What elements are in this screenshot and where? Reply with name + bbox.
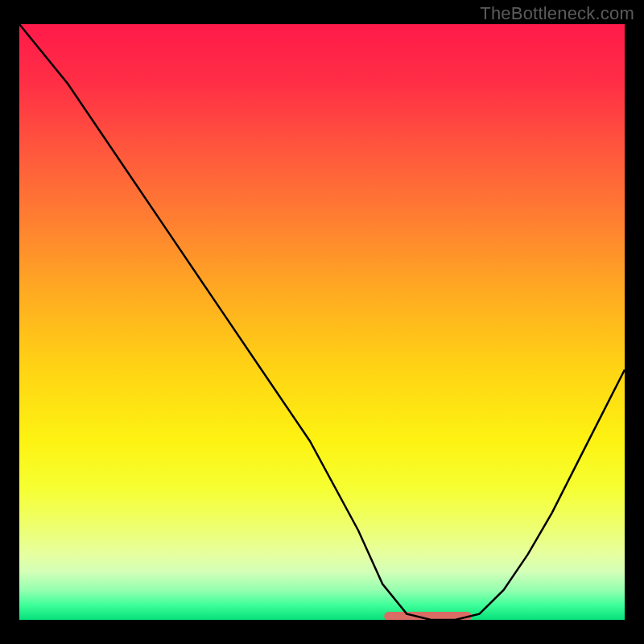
bottleneck-curve: [19, 24, 625, 620]
watermark-text: TheBottleneck.com: [480, 3, 634, 24]
curve-svg: [19, 24, 625, 620]
plot-area: [19, 24, 625, 620]
chart-canvas: TheBottleneck.com: [0, 0, 644, 644]
